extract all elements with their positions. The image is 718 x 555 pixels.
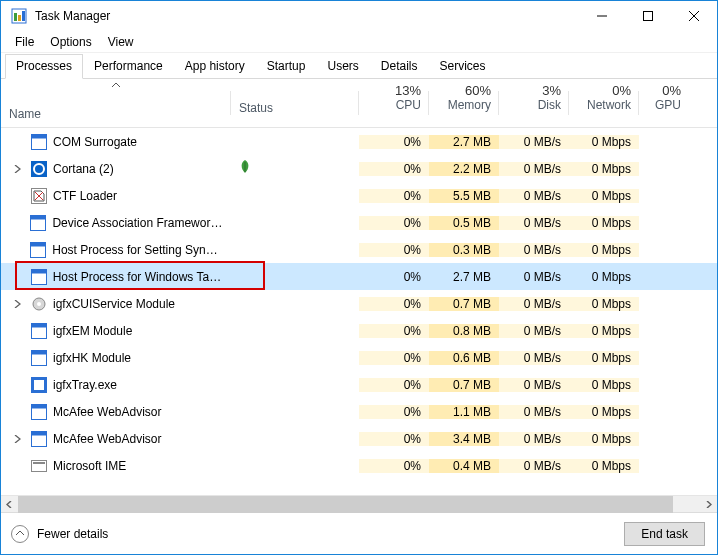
scroll-right-button[interactable]	[700, 496, 717, 513]
svg-rect-2	[18, 15, 21, 21]
scroll-left-button[interactable]	[1, 496, 18, 513]
col-header-network[interactable]: 0% Network	[569, 79, 639, 127]
svg-rect-3	[22, 11, 25, 21]
cpu-cell: 0%	[359, 270, 429, 284]
process-name: Device Association Framework ...	[52, 216, 223, 230]
svg-rect-5	[644, 12, 653, 21]
chevron-up-circle-icon	[11, 525, 29, 543]
cpu-cell: 0%	[359, 216, 429, 230]
col-header-name[interactable]: Name	[1, 79, 231, 127]
process-row[interactable]: Device Association Framework ...0%0.5 MB…	[1, 209, 717, 236]
sort-indicator-icon	[9, 83, 223, 93]
tab-startup[interactable]: Startup	[256, 54, 317, 79]
mem-cell: 2.7 MB	[429, 270, 499, 284]
process-row[interactable]: igfxCUIService Module0%0.7 MB0 MB/s0 Mbp…	[1, 290, 717, 317]
horizontal-scrollbar[interactable]	[1, 495, 717, 512]
exe-icon	[30, 215, 46, 231]
net-cell: 0 Mbps	[569, 405, 639, 419]
svg-rect-1	[14, 13, 17, 21]
mem-cell: 0.7 MB	[429, 297, 499, 311]
process-row[interactable]: Host Process for Windows Tasks0%2.7 MB0 …	[1, 263, 717, 290]
mem-cell: 0.5 MB	[429, 216, 499, 230]
menu-view[interactable]: View	[100, 33, 142, 51]
process-row[interactable]: igfxEM Module0%0.8 MB0 MB/s0 Mbps	[1, 317, 717, 344]
process-name: igfxHK Module	[53, 351, 131, 365]
menu-options[interactable]: Options	[42, 33, 99, 51]
cpu-cell: 0%	[359, 189, 429, 203]
disk-cell: 0 MB/s	[499, 270, 569, 284]
net-cell: 0 Mbps	[569, 270, 639, 284]
svg-point-21	[37, 302, 41, 306]
process-row[interactable]: McAfee WebAdvisor0%1.1 MB0 MB/s0 Mbps	[1, 398, 717, 425]
process-name: igfxCUIService Module	[53, 297, 175, 311]
tab-apphistory[interactable]: App history	[174, 54, 256, 79]
exe-icon	[30, 242, 46, 258]
disk-cell: 0 MB/s	[499, 351, 569, 365]
process-name: Host Process for Setting Synchr...	[52, 243, 223, 257]
process-row[interactable]: Microsoft IME0%0.4 MB0 MB/s0 Mbps	[1, 452, 717, 479]
expand-chevron-icon[interactable]	[9, 300, 25, 308]
minimize-button[interactable]	[579, 1, 625, 31]
close-button[interactable]	[671, 1, 717, 31]
disk-cell: 0 MB/s	[499, 432, 569, 446]
cpu-cell: 0%	[359, 135, 429, 149]
task-manager-window: Task Manager File Options View Processes…	[0, 0, 718, 555]
disk-cell: 0 MB/s	[499, 216, 569, 230]
process-grid: Name Status 13% CPU 60% Memory 3% Disk	[1, 79, 717, 495]
net-cell: 0 Mbps	[569, 135, 639, 149]
process-row[interactable]: CTF Loader0%5.5 MB0 MB/s0 Mbps	[1, 182, 717, 209]
col-header-gpu[interactable]: 0% GPU	[639, 79, 689, 127]
svg-rect-31	[32, 431, 47, 435]
net-cell: 0 Mbps	[569, 378, 639, 392]
end-task-button[interactable]: End task	[624, 522, 705, 546]
col-header-disk[interactable]: 3% Disk	[499, 79, 569, 127]
col-header-memory[interactable]: 60% Memory	[429, 79, 499, 127]
net-cell: 0 Mbps	[569, 243, 639, 257]
maximize-button[interactable]	[625, 1, 671, 31]
disk-cell: 0 MB/s	[499, 135, 569, 149]
svg-rect-33	[33, 462, 45, 464]
window-title: Task Manager	[35, 9, 579, 23]
scroll-track[interactable]	[18, 496, 700, 513]
expand-chevron-icon[interactable]	[9, 435, 25, 443]
process-row[interactable]: Host Process for Setting Synchr...0%0.3 …	[1, 236, 717, 263]
mem-cell: 3.4 MB	[429, 432, 499, 446]
ime-icon	[31, 458, 47, 474]
mem-cell: 0.7 MB	[429, 378, 499, 392]
tab-details[interactable]: Details	[370, 54, 429, 79]
net-cell: 0 Mbps	[569, 459, 639, 473]
tab-services[interactable]: Services	[429, 54, 497, 79]
menu-file[interactable]: File	[7, 33, 42, 51]
process-row[interactable]: COM Surrogate0%2.7 MB0 MB/s0 Mbps	[1, 128, 717, 155]
net-cell: 0 Mbps	[569, 189, 639, 203]
cpu-cell: 0%	[359, 351, 429, 365]
tab-users[interactable]: Users	[316, 54, 369, 79]
scroll-thumb[interactable]	[18, 496, 673, 513]
process-row[interactable]: igfxHK Module0%0.6 MB0 MB/s0 Mbps	[1, 344, 717, 371]
content-area: Name Status 13% CPU 60% Memory 3% Disk	[1, 79, 717, 554]
col-header-cpu[interactable]: 13% CPU	[359, 79, 429, 127]
process-name: igfxEM Module	[53, 324, 132, 338]
tab-performance[interactable]: Performance	[83, 54, 174, 79]
svg-rect-9	[32, 134, 47, 138]
cortana-icon	[31, 161, 47, 177]
fewer-details-toggle[interactable]: Fewer details	[11, 525, 108, 543]
process-row[interactable]: McAfee WebAdvisor0%3.4 MB0 MB/s0 Mbps	[1, 425, 717, 452]
process-row[interactable]: Cortana (2)0%2.2 MB0 MB/s0 Mbps	[1, 155, 717, 182]
cpu-cell: 0%	[359, 459, 429, 473]
svg-rect-23	[32, 323, 47, 327]
status-cell	[231, 160, 359, 177]
menu-bar: File Options View	[1, 31, 717, 53]
tab-processes[interactable]: Processes	[5, 54, 83, 79]
disk-cell: 0 MB/s	[499, 162, 569, 176]
cpu-cell: 0%	[359, 405, 429, 419]
net-cell: 0 Mbps	[569, 351, 639, 365]
expand-chevron-icon[interactable]	[9, 165, 25, 173]
net-cell: 0 Mbps	[569, 216, 639, 230]
mem-cell: 2.2 MB	[429, 162, 499, 176]
process-name: Host Process for Windows Tasks	[53, 270, 223, 284]
tab-bar: ProcessesPerformanceApp historyStartupUs…	[1, 53, 717, 79]
process-row[interactable]: igfxTray.exe0%0.7 MB0 MB/s0 Mbps	[1, 371, 717, 398]
footer: Fewer details End task	[1, 512, 717, 554]
col-header-status[interactable]: Status	[231, 79, 359, 127]
